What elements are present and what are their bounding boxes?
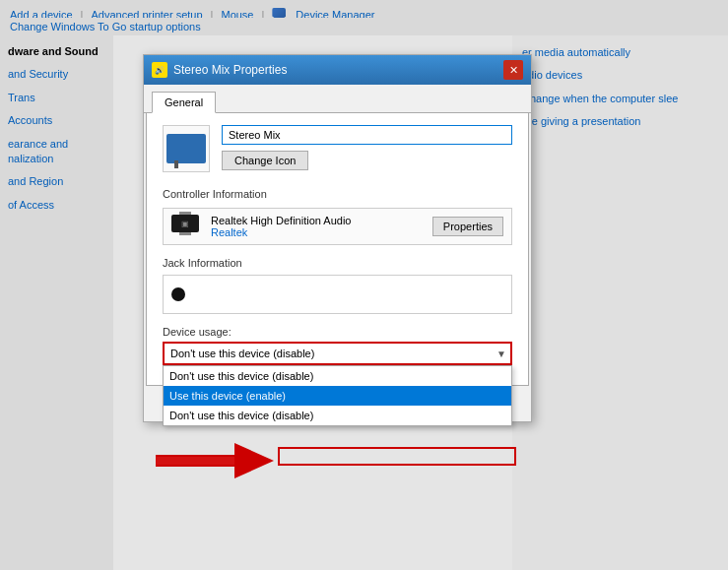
- tab-general[interactable]: General: [152, 92, 216, 113]
- device-icon-box: [163, 125, 210, 172]
- modal-title-text: Stereo Mix Properties: [173, 63, 287, 77]
- modal-close-button[interactable]: ✕: [503, 60, 523, 80]
- chip-icon-graphic: ▣: [171, 215, 199, 232]
- dropdown-option-2[interactable]: Use this device (enable): [164, 386, 511, 406]
- svg-rect-2: [156, 457, 234, 465]
- dropdown-open-list: Don't use this device (disable) Use this…: [163, 365, 512, 426]
- change-icon-button[interactable]: Change Icon: [222, 151, 308, 170]
- dropdown-container: Don't use this device (disable) ▼ Don't …: [163, 342, 512, 365]
- modal-titlebar: 🔊 Stereo Mix Properties ✕: [144, 55, 531, 85]
- properties-button[interactable]: Properties: [432, 217, 503, 236]
- device-header: Change Icon: [163, 125, 512, 172]
- dropdown-option-1[interactable]: Don't use this device (disable): [164, 366, 511, 386]
- controller-name: Realtek High Definition Audio: [211, 215, 423, 226]
- dropdown-option-3[interactable]: Don't use this device (disable): [164, 406, 511, 425]
- controller-icon: ▣: [171, 215, 201, 238]
- modal-title-icon: 🔊: [152, 62, 167, 78]
- device-usage-label: Device usage:: [163, 326, 512, 338]
- device-name-area: Change Icon: [222, 125, 512, 170]
- device-usage-dropdown[interactable]: Don't use this device (disable): [163, 342, 512, 365]
- red-arrow-annotation: [156, 443, 274, 478]
- controller-info: Realtek High Definition Audio Realtek: [211, 215, 423, 238]
- modal-dialog: 🔊 Stereo Mix Properties ✕ General Change…: [143, 54, 532, 422]
- red-arrow-svg: [156, 443, 274, 478]
- controller-section-title: Controller Information: [163, 188, 512, 200]
- modal-tabs: General: [144, 85, 531, 113]
- device-usage-section: Device usage: Don't use this device (dis…: [163, 326, 512, 365]
- controller-vendor-link[interactable]: Realtek: [211, 226, 423, 238]
- modal-body: Change Icon Controller Information ▣ Rea…: [146, 113, 529, 386]
- jack-title: Jack Information: [163, 257, 512, 269]
- jack-display: [163, 275, 512, 314]
- jack-section: Jack Information: [163, 257, 512, 314]
- device-name-input[interactable]: [222, 125, 512, 145]
- modal-title-left: 🔊 Stereo Mix Properties: [152, 62, 287, 78]
- jack-dot: [171, 287, 185, 301]
- svg-marker-1: [234, 443, 274, 478]
- controller-row: ▣ Realtek High Definition Audio Realtek …: [163, 208, 512, 245]
- soundcard-icon: [166, 134, 206, 163]
